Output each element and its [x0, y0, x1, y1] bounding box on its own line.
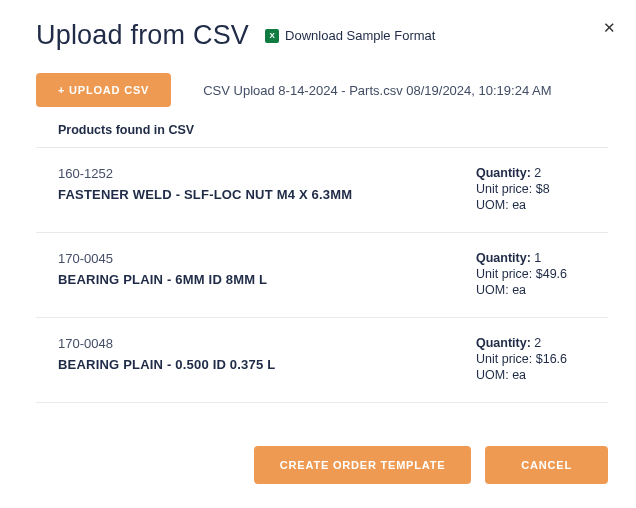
product-sku: 170-0048 — [58, 336, 275, 351]
unit-price-label: Unit price: — [476, 182, 532, 196]
quantity-value: 2 — [534, 336, 541, 350]
upload-status: CSV Upload 8-14-2024 - Parts.csv 08/19/2… — [203, 83, 551, 98]
upload-row: + UPLOAD CSV CSV Upload 8-14-2024 - Part… — [36, 73, 608, 107]
unit-price-value: $16.6 — [536, 352, 567, 366]
unit-price-label: Unit price: — [476, 267, 532, 281]
quantity-label: Quantity: — [476, 336, 531, 350]
upload-csv-button[interactable]: + UPLOAD CSV — [36, 73, 171, 107]
uom-value: ea — [512, 198, 526, 212]
quantity-value: 1 — [534, 251, 541, 265]
modal-footer: CREATE ORDER TEMPLATE CANCEL — [254, 446, 608, 484]
upload-csv-modal: ✕ Upload from CSV X Download Sample Form… — [0, 0, 636, 508]
list-item: 170-0045 BEARING PLAIN - 6MM ID 8MM L Qu… — [36, 233, 608, 318]
product-sku: 170-0045 — [58, 251, 267, 266]
modal-header: Upload from CSV X Download Sample Format — [36, 20, 608, 51]
close-icon[interactable]: ✕ — [603, 20, 616, 35]
create-order-template-button[interactable]: CREATE ORDER TEMPLATE — [254, 446, 472, 484]
product-name: FASTENER WELD - SLF-LOC NUT M4 X 6.3MM — [58, 187, 352, 202]
uom-label: UOM: — [476, 198, 509, 212]
uom-label: UOM: — [476, 283, 509, 297]
uom-value: ea — [512, 368, 526, 382]
product-name: BEARING PLAIN - 6MM ID 8MM L — [58, 272, 267, 287]
quantity-label: Quantity: — [476, 251, 531, 265]
cancel-button[interactable]: CANCEL — [485, 446, 608, 484]
download-sample-link[interactable]: X Download Sample Format — [265, 28, 435, 43]
quantity-label: Quantity: — [476, 166, 531, 180]
products-list[interactable]: 160-1252 FASTENER WELD - SLF-LOC NUT M4 … — [36, 147, 608, 403]
excel-icon: X — [265, 29, 279, 43]
quantity-value: 2 — [534, 166, 541, 180]
uom-label: UOM: — [476, 368, 509, 382]
product-sku: 160-1252 — [58, 166, 352, 181]
unit-price-label: Unit price: — [476, 352, 532, 366]
page-title: Upload from CSV — [36, 20, 249, 51]
list-item: 160-1252 FASTENER WELD - SLF-LOC NUT M4 … — [36, 148, 608, 233]
list-item: 170-0048 BEARING PLAIN - 0.500 ID 0.375 … — [36, 318, 608, 403]
unit-price-value: $49.6 — [536, 267, 567, 281]
products-section-label: Products found in CSV — [58, 123, 608, 137]
unit-price-value: $8 — [536, 182, 550, 196]
product-name: BEARING PLAIN - 0.500 ID 0.375 L — [58, 357, 275, 372]
uom-value: ea — [512, 283, 526, 297]
download-sample-label: Download Sample Format — [285, 28, 435, 43]
